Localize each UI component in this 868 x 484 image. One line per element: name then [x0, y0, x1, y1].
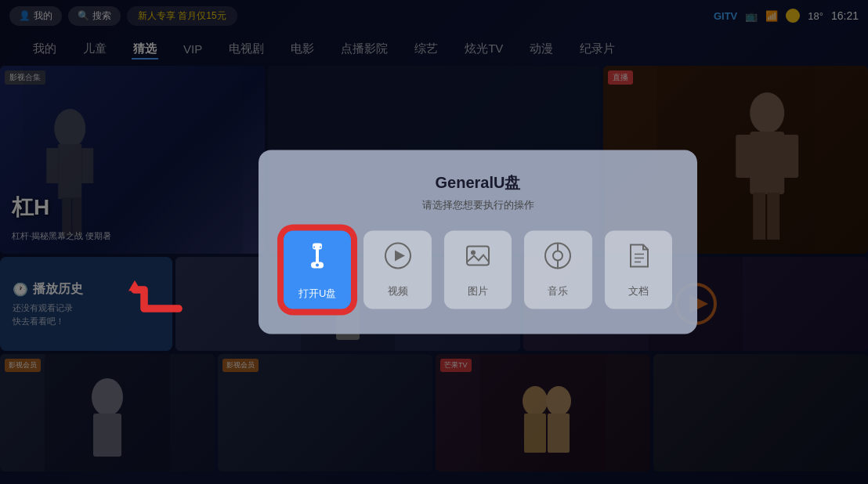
- video-icon: [384, 242, 412, 276]
- open-usb-icon: [302, 240, 333, 278]
- music-icon: [544, 242, 572, 276]
- doc-svg: [624, 242, 653, 270]
- svg-marker-35: [395, 251, 405, 262]
- modal-subtitle: 请选择您想要执行的操作: [284, 198, 672, 212]
- play-svg: [384, 242, 412, 270]
- image-label: 图片: [468, 284, 488, 298]
- red-arrow: [125, 265, 188, 327]
- document-icon: [624, 242, 653, 276]
- svg-rect-31: [316, 248, 319, 262]
- modal-actions: 打开U盘 视频 图片: [284, 231, 672, 309]
- image-svg: [464, 242, 492, 270]
- svg-rect-30: [320, 246, 321, 247]
- video-label: 视频: [388, 284, 408, 298]
- usb-svg: [302, 240, 333, 271]
- svg-point-37: [471, 251, 476, 255]
- action-image[interactable]: 图片: [444, 231, 512, 309]
- music-svg: [544, 242, 572, 270]
- image-icon: [464, 242, 492, 276]
- svg-point-39: [553, 251, 562, 261]
- modal-title: GeneralU盘: [284, 172, 672, 193]
- other-label: 文档: [628, 284, 649, 298]
- action-open-usb[interactable]: 打开U盘: [284, 231, 351, 309]
- open-usb-label: 打开U盘: [298, 286, 336, 300]
- svg-marker-47: [128, 280, 141, 291]
- action-other[interactable]: 文档: [605, 231, 672, 309]
- svg-point-33: [316, 263, 319, 266]
- svg-rect-29: [313, 246, 315, 247]
- usb-modal: GeneralU盘 请选择您想要执行的操作 打开U盘: [259, 150, 697, 334]
- music-label: 音乐: [548, 284, 568, 298]
- action-video[interactable]: 视频: [363, 231, 431, 309]
- action-music[interactable]: 音乐: [524, 231, 591, 309]
- svg-rect-36: [467, 247, 489, 265]
- svg-rect-28: [313, 243, 322, 249]
